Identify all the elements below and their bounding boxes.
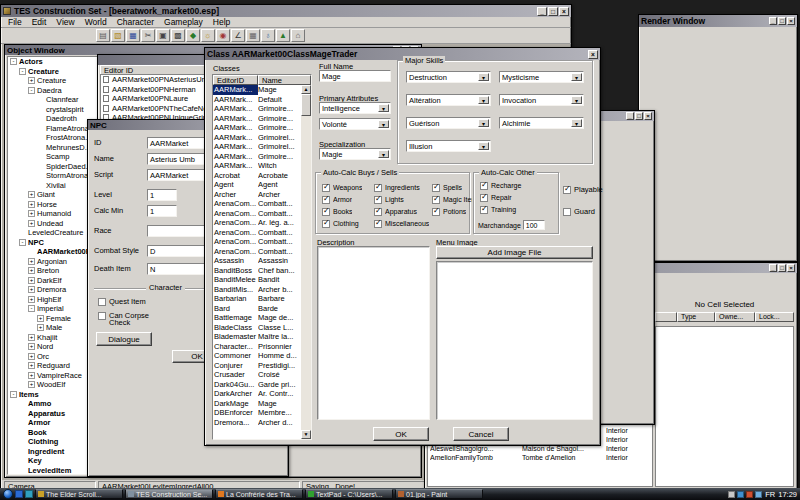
scroll-down-icon[interactable]: ▼ [301, 430, 311, 439]
class-row[interactable]: Character... Prisonnier [213, 342, 301, 352]
close-icon[interactable]: × [588, 50, 598, 59]
checkbox-icon[interactable] [432, 208, 440, 216]
npc-level-field[interactable]: 1 [147, 189, 177, 201]
tree-item[interactable]: + Horse [8, 200, 98, 210]
taskbar-window-button[interactable]: 01.jpg - Paint [395, 489, 483, 499]
class-row[interactable]: Blademaster Maître la... [213, 332, 301, 342]
menu-item[interactable]: Gameplay [159, 17, 208, 27]
maximize-button[interactable]: □ [778, 264, 786, 272]
checkbox-icon[interactable] [374, 196, 382, 204]
column-blank[interactable] [655, 312, 677, 322]
render-window-titlebar[interactable]: Render Window _ □ × [639, 15, 797, 27]
tree-expander[interactable]: + [28, 362, 35, 369]
tree-expander[interactable]: + [28, 267, 35, 274]
class-row[interactable]: Agent Agent [213, 180, 301, 190]
menu-item[interactable]: File [3, 17, 27, 27]
tree-item[interactable]: + WoodElf [8, 380, 98, 390]
tree-item[interactable]: + Giant [8, 190, 98, 200]
tree-expander[interactable]: + [28, 334, 35, 341]
tray-icon[interactable] [737, 491, 744, 498]
full-name-field[interactable]: Mage [319, 70, 391, 82]
tree-item[interactable]: Armor [8, 418, 98, 428]
cell-object-list[interactable] [655, 326, 794, 487]
buys-checkbox[interactable]: Weapons [322, 182, 374, 194]
tree-item[interactable]: + Nord [8, 342, 98, 352]
minimize-button[interactable]: _ [769, 17, 777, 25]
checkbox-icon[interactable] [374, 220, 382, 228]
tree-item[interactable]: StormAtrona... [8, 171, 98, 181]
buys-checkbox[interactable]: Apparatus [374, 206, 432, 218]
tree-item[interactable]: + VampireRace [8, 371, 98, 381]
tray-icon[interactable] [728, 491, 735, 498]
tree-item[interactable]: Xivilai [8, 181, 98, 191]
toolbar-button[interactable]: ◉ [216, 29, 230, 42]
class-row[interactable]: BanditMelee Bandit [213, 275, 301, 285]
tree-item[interactable]: AARMarket00R... [8, 247, 98, 257]
cancel-button[interactable]: Cancel [453, 427, 509, 441]
class-row[interactable]: ArenaCom... Ar. lég. a... [213, 218, 301, 228]
class-row[interactable]: AARMark... Grimoirel... [213, 142, 301, 152]
tree-item[interactable]: - Creature [8, 67, 98, 77]
buys-checkbox[interactable]: Clothing [322, 218, 374, 230]
class-row[interactable]: Acrobat Acrobate [213, 171, 301, 181]
tree-expander[interactable]: + [28, 353, 35, 360]
tree-item[interactable]: LeveledCreature [8, 228, 98, 238]
class-row[interactable]: Crusader Croisé [213, 370, 301, 380]
class-row[interactable]: DarkMage Mage [213, 399, 301, 409]
tree-item[interactable]: LeveledItem [8, 466, 98, 476]
major-skill-select[interactable]: Alchimie [499, 117, 584, 129]
tree-item[interactable]: Scamp [8, 152, 98, 162]
class-row[interactable]: BanditBoss Chef ban... [213, 266, 301, 276]
tree-item[interactable]: SpiderDaed... [8, 162, 98, 172]
class-row[interactable]: Commoner Homme d... [213, 351, 301, 361]
tree-item[interactable]: + Undead [8, 219, 98, 229]
column-name[interactable]: Name [258, 75, 311, 85]
maximize-button[interactable]: □ [778, 17, 786, 25]
class-row[interactable]: AARMark... Grimoire... [213, 114, 301, 124]
tree-item[interactable]: + Creature [8, 76, 98, 86]
toolbar-button[interactable]: ♁ [261, 29, 275, 42]
tree-expander[interactable]: + [28, 77, 35, 84]
major-skill-select[interactable]: Altération [406, 94, 491, 106]
class-row[interactable]: Battlemage Mage de... [213, 313, 301, 323]
toolbar-button[interactable]: ▦ [246, 29, 260, 42]
tree-item[interactable]: + Khajiit [8, 333, 98, 343]
npc-quest-item-checkbox[interactable]: Quest Item [98, 298, 146, 306]
tree-expander[interactable]: - [28, 87, 35, 94]
buys-checkbox[interactable]: Ingredients [374, 182, 432, 194]
menu-item[interactable]: World [80, 17, 112, 27]
description-textarea[interactable] [317, 246, 430, 420]
buys-checkbox[interactable]: Armor [322, 194, 374, 206]
maximize-button[interactable]: □ [548, 7, 558, 16]
buys-checkbox[interactable]: Potions [432, 206, 472, 218]
tree-item[interactable]: - Actors [8, 57, 98, 67]
class-row[interactable]: AARMark... Grimoire... [213, 123, 301, 133]
toolbar-button[interactable]: ▧ [111, 29, 125, 42]
toolbar-button[interactable]: ▦ [126, 29, 140, 42]
toolbar-button[interactable]: ▲ [276, 29, 290, 42]
taskbar-window-button[interactable]: TES Construction Se... [125, 489, 213, 499]
minimize-button[interactable]: _ [537, 7, 547, 16]
tree-item[interactable]: FlameAtrona... [8, 124, 98, 134]
class-row[interactable]: ArenaCom... Combatt... [213, 237, 301, 247]
tree-item[interactable]: crystalspirit [8, 105, 98, 115]
checkbox-icon[interactable] [480, 194, 488, 202]
tree-expander[interactable]: - [19, 239, 26, 246]
checkbox-icon[interactable] [322, 196, 330, 204]
major-skill-select[interactable]: Mysticisme [499, 71, 584, 83]
checkbox-icon[interactable] [432, 184, 440, 192]
minimize-button[interactable]: _ [769, 264, 777, 272]
class-row[interactable]: DBEnforcer Membre... [213, 408, 301, 418]
class-row[interactable]: BanditMis... Archer b... [213, 285, 301, 295]
other-checkbox[interactable]: Recharge [480, 182, 554, 190]
primary-attribute-select[interactable]: Volonté [319, 118, 391, 130]
class-row[interactable]: Barbarian Barbare [213, 294, 301, 304]
class-row[interactable]: AARMark... Grimoirel... [213, 133, 301, 143]
checkbox-icon[interactable] [322, 220, 330, 228]
checkbox-icon[interactable] [98, 312, 106, 320]
menu-item[interactable]: View [51, 17, 79, 27]
scroll-up-icon[interactable]: ▲ [301, 85, 311, 94]
primary-attribute-select[interactable]: Intelligence [319, 102, 391, 114]
checkbox-icon[interactable] [322, 184, 330, 192]
tree-item[interactable]: Daedroth [8, 114, 98, 124]
